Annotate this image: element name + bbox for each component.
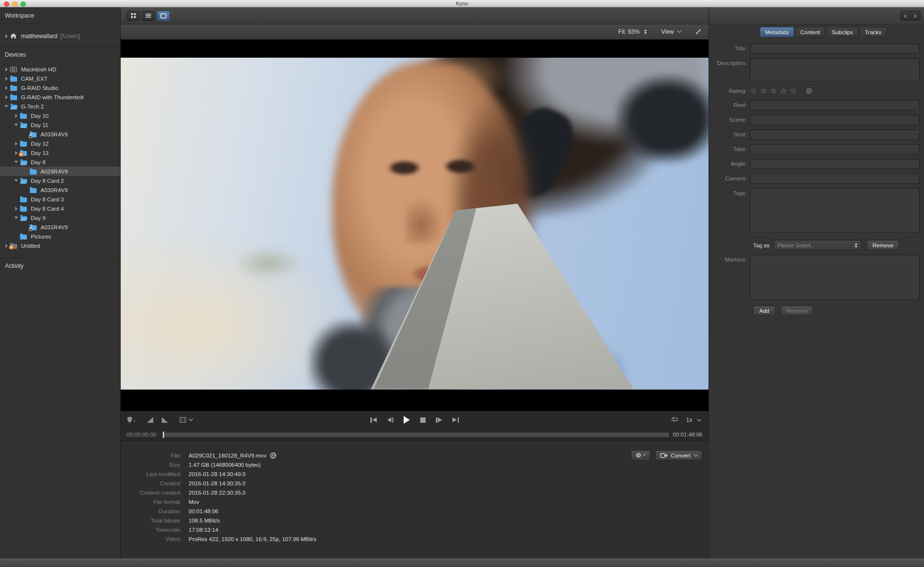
tags-input[interactable] [750, 188, 920, 233]
tab-content[interactable]: Content [795, 27, 825, 37]
marker-remove-button[interactable]: Remove [781, 305, 813, 316]
clear-rating-icon[interactable]: ⊘ [806, 87, 812, 95]
fullscreen-button[interactable] [688, 24, 709, 39]
tree-item-label: Day 8 Card 3 [31, 196, 64, 202]
take-input[interactable] [750, 144, 920, 154]
tree-item-day-11[interactable]: Day 11 [0, 120, 120, 130]
tree-item-a029r4v9[interactable]: A029R4V9 [0, 167, 120, 176]
disclosure-right-icon[interactable] [3, 86, 10, 90]
playhead[interactable] [163, 432, 164, 438]
disclosure-right-icon[interactable] [13, 113, 20, 118]
star-icon[interactable]: ☆ [760, 87, 767, 95]
view-mode-list-button[interactable] [142, 11, 155, 21]
tree-item-pictures[interactable]: Pictures [0, 232, 120, 241]
tree-item-a031r4v9[interactable]: A031R4V9 [0, 222, 120, 232]
tree-item-day-8-card-3[interactable]: Day 8 Card 3 [0, 195, 120, 204]
info-label: Size: [121, 462, 181, 468]
metadata-form: Title: Description: Rating: ☆☆☆☆☆⊘ Reel:… [709, 40, 924, 316]
angle-input[interactable] [750, 159, 920, 169]
disclosure-right-icon[interactable] [3, 95, 10, 100]
speed-menu-button[interactable]: 1x [686, 416, 701, 423]
tree-item-a033r4v9[interactable]: A033R4V9 [0, 130, 120, 139]
description-input[interactable] [750, 58, 920, 82]
tree-item-label: Day 8 Card 4 [31, 206, 64, 212]
info-label: Total bitrate: [121, 518, 181, 523]
tree-item-day-9[interactable]: Day 9 [0, 213, 120, 222]
tree-item-day-8[interactable]: Day 8 [0, 157, 120, 167]
marker-add-button[interactable]: Add [753, 305, 775, 316]
star-icon[interactable]: ☆ [770, 87, 777, 95]
disclosure-down-icon[interactable] [13, 160, 20, 165]
tree-item-label: Day 11 [31, 122, 48, 128]
disclosure-right-icon[interactable] [3, 76, 10, 81]
next-frame-button[interactable] [436, 417, 442, 423]
loop-button[interactable] [670, 416, 679, 424]
star-icon[interactable]: ☆ [750, 87, 757, 95]
tree-item-day-8-card-4[interactable]: Day 8 Card 4 [0, 204, 120, 213]
file-settings-button[interactable]: ⚙ [631, 450, 650, 460]
disclosure-down-icon[interactable] [3, 104, 10, 109]
tag-remove-button[interactable]: Remove [867, 240, 899, 250]
sidebar-item-user-home[interactable]: matthewallard [/Users] [0, 31, 120, 41]
tree-item-g-tech-2[interactable]: G-Tech 2 [0, 102, 120, 111]
tree-item-g-raid-with-thunderbolt[interactable]: G-RAID with Thunderbolt [0, 92, 120, 102]
current-timecode: 00:00:00:00 [127, 432, 156, 437]
tag-as-row: Tag as Please Select... Remove [709, 240, 924, 250]
video-player-viewport[interactable] [121, 40, 709, 411]
view-menu-button[interactable]: View [654, 24, 688, 39]
file-info-rows: File:A029C021_160128_R4V9.movSize:1.47 G… [121, 451, 709, 544]
tab-metadata[interactable]: Metadata [760, 27, 794, 37]
disclosure-down-icon[interactable] [13, 123, 20, 128]
disclosure-none-icon [13, 234, 20, 239]
tree-item-g-raid-studio[interactable]: G-RAID Studio [0, 83, 120, 92]
tree-item-untitled[interactable]: Untitled [0, 241, 120, 250]
tree-item-a030r4v9[interactable]: A030R4V9 [0, 185, 120, 195]
seek-bar[interactable] [163, 433, 669, 437]
tab-subclips[interactable]: Subclips [826, 27, 858, 37]
reel-input[interactable] [750, 100, 920, 110]
markers-list[interactable] [750, 255, 920, 300]
file-info-row-video: Video:ProRes 422, 1920 x 1080, 16:9, 25p… [121, 534, 709, 544]
fit-zoom-control[interactable]: Fit: 63% [611, 24, 654, 39]
tags-label: Tags: [709, 188, 750, 233]
tree-item-day-10[interactable]: Day 10 [0, 111, 120, 120]
disclosure-down-icon[interactable] [13, 216, 20, 220]
play-button[interactable] [404, 416, 410, 424]
info-value: 2016-01-28 14:30:49.0 [189, 471, 245, 477]
star-icon[interactable]: ☆ [790, 87, 796, 95]
scene-input[interactable] [750, 115, 920, 125]
angle-label: Angle: [709, 159, 750, 169]
camera-input[interactable] [750, 174, 920, 184]
view-mode-grid-button[interactable] [127, 11, 140, 21]
info-label: Video: [121, 536, 181, 542]
video-preview-frame [121, 58, 709, 390]
disclosure-right-icon[interactable] [3, 34, 10, 39]
convert-button[interactable]: Convert [655, 450, 702, 460]
stepper-icon[interactable] [644, 29, 647, 34]
tab-tracks[interactable]: Tracks [860, 27, 887, 37]
tree-item-cam-ext[interactable]: CAM_EXT [0, 74, 120, 83]
go-to-start-button[interactable] [370, 417, 377, 423]
back-button[interactable]: ‹ [900, 11, 910, 21]
disclosure-right-icon[interactable] [3, 67, 10, 72]
info-value: A029C021_160128_R4V9.mov [189, 452, 277, 459]
star-icon[interactable]: ☆ [780, 87, 787, 95]
view-mode-single-button[interactable] [157, 11, 170, 21]
disclosure-right-icon[interactable] [13, 141, 20, 146]
disclosure-down-icon[interactable] [13, 178, 20, 183]
info-value: 108.5 MBit/s [189, 518, 220, 523]
tree-item-day-13[interactable]: Day 13 [0, 148, 120, 157]
go-to-end-button[interactable] [452, 417, 459, 423]
reveal-in-finder-icon[interactable] [270, 452, 277, 459]
title-input[interactable] [750, 44, 920, 54]
tag-as-select[interactable]: Please Select... [774, 240, 861, 250]
tree-item-macintosh-hd[interactable]: Macintosh HD [0, 65, 120, 74]
tree-item-day-12[interactable]: Day 12 [0, 139, 120, 148]
disclosure-right-icon[interactable] [13, 206, 20, 211]
tree-item-label: A030R4V9 [41, 187, 68, 193]
forward-button[interactable]: › [910, 11, 921, 21]
shot-input[interactable] [750, 130, 920, 140]
previous-frame-button[interactable] [387, 417, 393, 423]
stop-button[interactable] [420, 417, 426, 423]
tree-item-day-8-card-2[interactable]: Day 8 Card 2 [0, 176, 120, 185]
